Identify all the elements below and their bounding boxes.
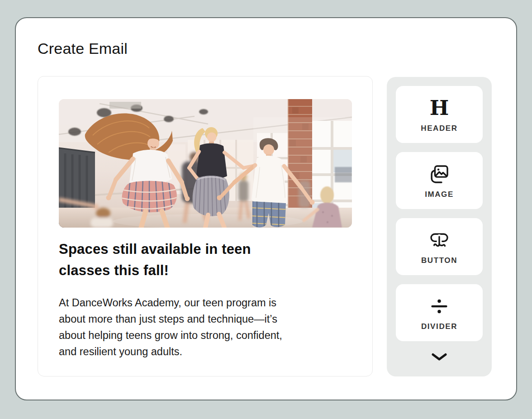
dance-studio-photo (59, 99, 352, 228)
tool-label: DIVIDER (421, 322, 457, 331)
tool-label: BUTTON (421, 256, 457, 265)
divider-icon (429, 295, 450, 318)
tool-header-button[interactable]: H HEADER (396, 86, 483, 143)
palette-scroll-down-button[interactable] (431, 352, 447, 363)
component-palette: H HEADER IMAGE (387, 77, 492, 376)
body-line: about helping teens grow into strong, co… (59, 327, 339, 343)
body-line: and resilient young adults. (59, 343, 339, 360)
email-canvas: Spaces still available in teen classes t… (38, 76, 373, 376)
email-image-block[interactable] (59, 99, 352, 228)
create-email-window: Create Email (15, 17, 517, 400)
email-body-block[interactable]: At DanceWorks Academy, our teen program … (59, 295, 339, 360)
tool-label: IMAGE (425, 190, 454, 199)
header-icon: H (430, 96, 449, 120)
tool-divider-button[interactable]: DIVIDER (396, 284, 483, 341)
page-title: Create Email (38, 40, 128, 57)
image-icon (429, 162, 450, 186)
app-background: Create Email (0, 0, 532, 419)
tool-image-button[interactable]: IMAGE (396, 152, 483, 209)
heading-line: Spaces still available in teen (59, 238, 330, 260)
body-line: At DanceWorks Academy, our teen program … (59, 295, 339, 311)
tool-label: HEADER (421, 124, 457, 133)
email-heading-block[interactable]: Spaces still available in teen classes t… (59, 238, 330, 281)
chevron-down-icon (431, 353, 447, 362)
button-icon (428, 229, 450, 252)
tool-button-button[interactable]: BUTTON (396, 218, 483, 275)
heading-line: classes this fall! (59, 260, 330, 281)
body-line: about more than just steps and technique… (59, 311, 339, 327)
